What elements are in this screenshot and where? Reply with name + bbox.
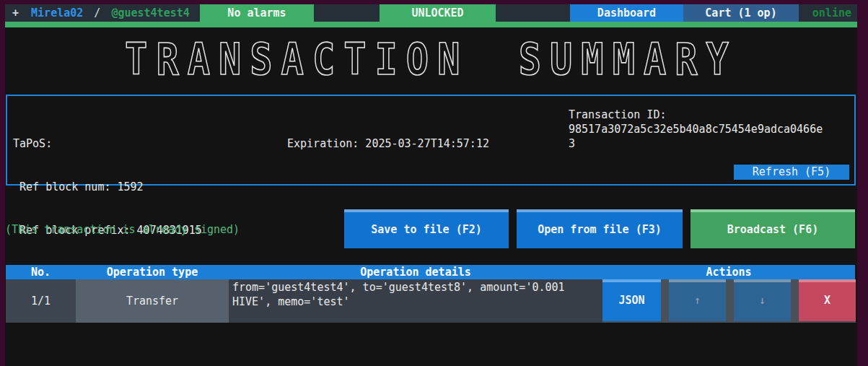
move-up-button[interactable]: ↑ — [669, 279, 726, 321]
ref-block-num: Ref block num: 1592 — [13, 180, 202, 194]
plus-icon[interactable]: + — [12, 6, 19, 19]
already-signed-note: (This transaction is already signed) — [5, 223, 240, 236]
refresh-button[interactable]: Refresh (F5) — [734, 165, 849, 180]
operation-details-cell: from='guest4test4', to='guest4test8', am… — [229, 279, 602, 323]
alarms-status-badge[interactable]: No alarms — [200, 4, 314, 22]
tapos-heading: TaPoS: — [13, 136, 202, 151]
delete-operation-button[interactable]: X — [799, 279, 856, 321]
tapos-section: TaPoS: Ref block num: 1592 Ref block pre… — [13, 108, 202, 266]
broadcast-button[interactable]: Broadcast (F6) — [691, 209, 855, 248]
row-actions-cell: JSON ↑ ↓ X — [602, 279, 856, 323]
column-header-no: No. — [6, 265, 76, 279]
topbar-accent-strip — [5, 22, 857, 27]
profile-name[interactable]: Mirela02 — [31, 6, 83, 19]
profile-account-separator: / — [94, 6, 100, 19]
transaction-info-panel: TaPoS: Ref block num: 1592 Ref block pre… — [6, 95, 856, 186]
page-title: TRANSACTION SUMMARY — [125, 33, 737, 84]
column-header-operation-type: Operation type — [76, 265, 229, 279]
row-number-cell: 1/1 — [6, 279, 76, 323]
top-bar: + Mirela02 / @guest4test4 No alarms UNLO… — [5, 4, 857, 22]
column-header-operation-details: Operation details — [229, 265, 602, 279]
page-title-wrap: TRANSACTION SUMMARY — [5, 33, 857, 84]
json-button[interactable]: JSON — [602, 279, 661, 321]
move-down-button[interactable]: ↓ — [734, 279, 791, 321]
dashboard-button[interactable]: Dashboard — [570, 4, 683, 22]
operations-table-header: No. Operation type Operation details Act… — [6, 265, 855, 279]
transaction-id-value: 98517a3072a5c32e5b40a8c75454e9adca0466e3 — [569, 122, 827, 151]
wallet-lock-status-badge[interactable]: UNLOCKED — [380, 4, 496, 22]
account-name[interactable]: @guest4test4 — [111, 6, 189, 19]
transaction-id-section: Transaction ID: 98517a3072a5c32e5b40a8c7… — [569, 108, 827, 151]
column-header-actions: Actions — [602, 265, 855, 279]
online-status: online — [812, 4, 851, 22]
cart-button[interactable]: Cart (1 op) — [683, 4, 799, 22]
profile-group: + Mirela02 / @guest4test4 — [12, 4, 190, 22]
expiration-value: Expiration: 2025-03-27T14:57:12 — [287, 136, 489, 151]
operation-type-cell: Transfer — [76, 279, 229, 323]
expiration-section: Expiration: 2025-03-27T14:57:12 — [287, 108, 489, 180]
app-screen: + Mirela02 / @guest4test4 No alarms UNLO… — [0, 0, 868, 366]
save-to-file-button[interactable]: Save to file (F2) — [344, 209, 509, 248]
app-window: + Mirela02 / @guest4test4 No alarms UNLO… — [5, 4, 857, 366]
transaction-id-label: Transaction ID: — [569, 108, 827, 122]
open-from-file-button[interactable]: Open from file (F3) — [517, 209, 683, 248]
table-row: 1/1 Transfer from='guest4test4', to='gue… — [6, 279, 855, 323]
